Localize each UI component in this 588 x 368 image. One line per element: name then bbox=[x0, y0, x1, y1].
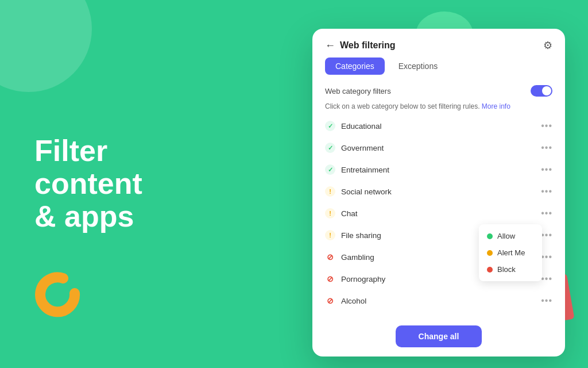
filter-toggle[interactable] bbox=[531, 85, 552, 97]
more-options-button[interactable]: ••• bbox=[541, 121, 552, 131]
status-icon-block: ⊘ bbox=[325, 274, 335, 284]
more-options-button[interactable]: ••• bbox=[541, 317, 552, 319]
bg-decoration-crescent bbox=[34, 264, 92, 322]
status-icon-block: ⊘ bbox=[325, 317, 335, 319]
change-all-button[interactable]: Change all bbox=[396, 325, 482, 347]
category-left: ✓Entretainment bbox=[325, 164, 389, 175]
settings-icon[interactable]: ⚙ bbox=[543, 39, 552, 52]
category-name: Chat bbox=[341, 209, 358, 218]
back-button[interactable]: ← bbox=[325, 40, 335, 52]
tab-categories[interactable]: Categories bbox=[325, 57, 385, 75]
dropdown-item-dot bbox=[487, 267, 493, 273]
status-icon-block: ⊘ bbox=[325, 296, 335, 306]
category-left: ⊘Alcohol bbox=[325, 296, 366, 306]
bg-decoration-circle-topleft bbox=[0, 0, 92, 92]
more-info-link[interactable]: More info bbox=[482, 102, 510, 110]
status-icon-allow: ✓ bbox=[325, 121, 335, 131]
dropdown-item-label: Allow bbox=[497, 232, 515, 240]
category-item[interactable]: ✓Educational••• bbox=[318, 115, 559, 137]
category-name: Government bbox=[341, 144, 384, 152]
status-icon-alert: ! bbox=[325, 230, 335, 240]
category-left: ✓Government bbox=[325, 143, 384, 153]
category-left: !Social network bbox=[325, 186, 392, 197]
dropdown-item-dot bbox=[487, 250, 493, 256]
dropdown-menu: AllowAlert MeBlock bbox=[479, 224, 542, 281]
more-options-button[interactable]: ••• bbox=[541, 296, 552, 306]
more-options-button[interactable]: ••• bbox=[541, 164, 552, 175]
web-filtering-panel: ← Web filtering ⚙ Categories Exceptions … bbox=[312, 29, 565, 356]
category-left: ✓Educational bbox=[325, 121, 382, 131]
more-options-button[interactable]: ••• bbox=[541, 208, 552, 218]
more-options-button[interactable]: ••• bbox=[541, 274, 552, 284]
category-item[interactable]: !Social network••• bbox=[318, 181, 559, 202]
header-left: ← Web filtering bbox=[325, 40, 396, 52]
category-name: Entretainment bbox=[341, 166, 389, 174]
more-options-button[interactable]: ••• bbox=[541, 143, 552, 153]
tab-exceptions[interactable]: Exceptions bbox=[388, 57, 448, 75]
panel-header: ← Web filtering ⚙ bbox=[312, 29, 565, 57]
category-name: Social network bbox=[341, 187, 392, 196]
category-item[interactable]: !Chat•••AllowAlert MeBlock bbox=[318, 202, 559, 224]
category-item[interactable]: ⊘Drugs••• bbox=[318, 312, 559, 319]
category-left: ⊘Gambling bbox=[325, 252, 374, 262]
category-left: !Chat bbox=[325, 208, 358, 218]
category-left: !File sharing bbox=[325, 230, 381, 240]
category-item[interactable]: ✓Government••• bbox=[318, 137, 559, 159]
category-name: Gambling bbox=[341, 253, 374, 262]
more-options-button[interactable]: ••• bbox=[541, 230, 552, 240]
category-item[interactable]: ✓Entretainment••• bbox=[318, 159, 559, 181]
dropdown-item-label: Alert Me bbox=[497, 248, 525, 257]
more-options-button[interactable]: ••• bbox=[541, 186, 552, 197]
category-name: Alcohol bbox=[341, 297, 366, 305]
category-left: ⊘Drugs bbox=[325, 317, 362, 319]
status-icon-allow: ✓ bbox=[325, 164, 335, 175]
panel-title: Web filtering bbox=[340, 40, 396, 51]
tabs-container: Categories Exceptions bbox=[312, 57, 565, 75]
status-icon-alert: ! bbox=[325, 208, 335, 218]
filter-toggle-label: Web category filters bbox=[325, 87, 391, 95]
category-name: Drugs bbox=[341, 319, 362, 319]
filter-description: Click on a web category below to set fil… bbox=[312, 101, 565, 115]
dropdown-item[interactable]: Alert Me bbox=[479, 244, 542, 261]
category-name: File sharing bbox=[341, 231, 381, 240]
headline: Filter content & apps bbox=[34, 135, 142, 233]
filter-toggle-row: Web category filters bbox=[312, 80, 565, 101]
category-item[interactable]: ⊘Alcohol••• bbox=[318, 290, 559, 312]
dropdown-item-label: Block bbox=[497, 265, 516, 274]
more-options-button[interactable]: ••• bbox=[541, 252, 552, 262]
dropdown-item[interactable]: Block bbox=[479, 261, 542, 278]
category-name: Pornography bbox=[341, 275, 385, 283]
category-name: Educational bbox=[341, 122, 382, 131]
category-left: ⊘Pornography bbox=[325, 274, 385, 284]
panel-footer: Change all bbox=[312, 319, 565, 356]
status-icon-block: ⊘ bbox=[325, 252, 335, 262]
category-list: ✓Educational•••✓Government•••✓Entretainm… bbox=[312, 115, 565, 319]
status-icon-alert: ! bbox=[325, 186, 335, 197]
dropdown-item[interactable]: Allow bbox=[479, 228, 542, 244]
dropdown-item-dot bbox=[487, 233, 493, 239]
status-icon-allow: ✓ bbox=[325, 143, 335, 153]
